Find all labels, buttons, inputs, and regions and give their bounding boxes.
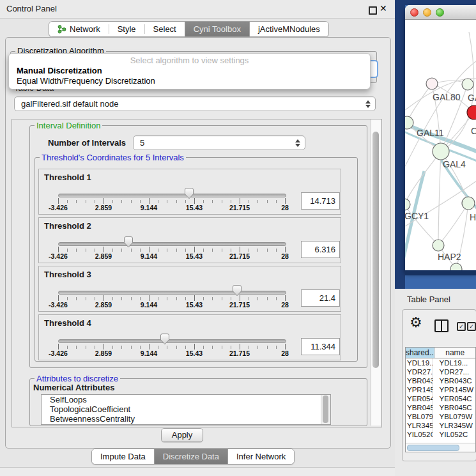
tick-label: 9.144: [141, 349, 157, 357]
close-icon[interactable]: ✕: [380, 3, 387, 13]
network-canvas[interactable]: GAL80 GA C GAL11 GAL4 GCY1 H HAP2: [405, 19, 476, 270]
threshold-2-slider-thumb[interactable]: [123, 236, 134, 248]
cell-name[interactable]: YBR045C: [433, 403, 475, 412]
cell-name[interactable]: YIL052C: [433, 430, 475, 437]
slider-tick-labels: -3.4262.8599.14415.4321.71528: [58, 301, 285, 309]
threshold-3-slider-thumb[interactable]: [231, 285, 243, 296]
table-row[interactable]: YPR145WYPR145W: [406, 385, 475, 394]
threshold-4-slider-track[interactable]: [58, 339, 286, 343]
cell-shared-name[interactable]: YBR045C: [406, 403, 433, 412]
tab-infer-network-label: Infer Network: [236, 452, 286, 461]
numerical-attribute-item[interactable]: TopologicalCoefficient: [42, 404, 330, 414]
threshold-3-value-field[interactable]: 21.4: [301, 289, 340, 307]
threshold-4-slider-thumb[interactable]: [159, 334, 171, 345]
columns-icon[interactable]: [434, 319, 449, 332]
tab-impute-data[interactable]: Impute Data: [92, 449, 154, 464]
table-row[interactable]: YBL079WYBL079W: [406, 412, 475, 421]
threshold-1-slider-thumb[interactable]: [183, 188, 195, 199]
column-header-shared-name[interactable]: shared...: [406, 348, 434, 358]
table-row[interactable]: YIL052CYIL052C: [406, 430, 475, 437]
node-label-clipped: GA: [468, 93, 476, 103]
gear-icon[interactable]: ⚙: [410, 314, 422, 331]
table-row[interactable]: YDR27...YDR27...: [406, 367, 475, 376]
network-node[interactable]: [405, 199, 410, 210]
horizontal-scrollbar-thumb[interactable]: [407, 445, 459, 451]
cell-name[interactable]: YPR145W: [433, 385, 475, 394]
cell-shared-name[interactable]: YER054C: [406, 394, 433, 403]
mac-close-button[interactable]: [410, 8, 418, 17]
cell-shared-name[interactable]: YIL052C: [406, 430, 433, 437]
threshold-4-value-field[interactable]: 11.344: [301, 338, 340, 355]
table-row[interactable]: YER054CYER054C: [406, 394, 475, 403]
cell-shared-name[interactable]: YBL079W: [406, 412, 433, 421]
column-header-name[interactable]: name: [434, 348, 475, 358]
numerical-attribute-item[interactable]: BetweennessCentrality: [42, 414, 330, 424]
popup-option-equal-width-frequency[interactable]: Equal Width/Frequency Discretization: [9, 76, 370, 86]
network-node[interactable]: [433, 143, 449, 160]
cell-shared-name[interactable]: YBR043C: [406, 376, 433, 385]
tick-label: 9.144: [141, 204, 157, 211]
threshold-2-value-field[interactable]: 6.316: [301, 241, 340, 258]
network-node[interactable]: [426, 78, 438, 89]
threshold-coordinates-title: Threshold's Coordinates for 5 Intervals: [40, 153, 186, 162]
tab-select[interactable]: Select: [145, 22, 185, 36]
tick-label: 2.859: [95, 349, 112, 357]
popup-option-manual-discretization[interactable]: Manual Discretization: [9, 66, 370, 76]
slider-major-ticks: [58, 247, 285, 252]
tick-label: 21.715: [229, 204, 250, 211]
tab-cyni-toolbox[interactable]: Cyni Toolbox: [185, 22, 249, 36]
table-row[interactable]: YBR043CYBR043C: [406, 376, 475, 385]
cell-name[interactable]: YBR043C: [433, 376, 475, 385]
numerical-attributes-list[interactable]: SelfLoopsTopologicalCoefficientBetweenne…: [41, 394, 331, 425]
network-window-titlebar[interactable]: [405, 5, 476, 20]
node-attribute-table: shared... name YDL19...YDL19...YDR27...Y…: [405, 347, 476, 452]
network-node[interactable]: [462, 197, 475, 210]
tab-infer-network[interactable]: Infer Network: [228, 449, 294, 464]
threshold-1-slider-track[interactable]: [58, 194, 286, 197]
tab-discretize-data[interactable]: Discretize Data: [155, 449, 227, 464]
checkbox-icon[interactable]: ✓: [467, 322, 476, 331]
threshold-2-label: Threshold 2: [44, 221, 91, 231]
cell-name[interactable]: YBL079W: [433, 412, 475, 421]
numerical-attribute-item[interactable]: SelfLoops: [42, 395, 330, 404]
cell-name[interactable]: YDR27...: [433, 367, 475, 376]
float-window-icon[interactable]: [369, 6, 377, 15]
tab-network-label: Network: [70, 24, 100, 34]
table-row[interactable]: YLR345WYLR345W: [406, 421, 475, 430]
network-node[interactable]: [462, 79, 473, 90]
threshold-1-label: Threshold 1: [44, 173, 91, 182]
slider-tick-labels: -3.4262.8599.14415.4321.71528: [58, 204, 285, 211]
mac-zoom-button[interactable]: [436, 8, 444, 17]
number-of-intervals-combobox[interactable]: 5: [133, 135, 305, 150]
mac-minimize-button[interactable]: [423, 8, 431, 17]
interval-definition-title: Interval Definition: [35, 121, 102, 130]
cell-shared-name[interactable]: YPR145W: [406, 385, 433, 394]
table-data-combobox[interactable]: galFiltered.sif default node: [14, 96, 376, 111]
attributes-list-scrollbar-thumb[interactable]: [323, 395, 328, 423]
cell-shared-name[interactable]: YDR27...: [406, 367, 433, 376]
tab-jactivemnodules[interactable]: jActiveMNodules: [250, 22, 328, 36]
node-label-clipped: H: [470, 212, 476, 222]
major-tick: [58, 295, 59, 301]
threshold-2-slider-track[interactable]: [58, 242, 286, 246]
vertical-scrollbar-thumb[interactable]: [372, 132, 379, 368]
cell-name[interactable]: YDL19...: [433, 358, 475, 367]
cell-shared-name[interactable]: YLR345W: [406, 421, 433, 430]
horizontal-scrollbar-track[interactable]: [406, 443, 475, 452]
apply-button[interactable]: Apply: [161, 428, 203, 442]
cell-name[interactable]: YLR345W: [433, 421, 475, 430]
threshold-3-slider-track[interactable]: [58, 291, 286, 295]
tab-style[interactable]: Style: [109, 22, 144, 36]
network-node[interactable]: [450, 263, 462, 270]
table-row[interactable]: YBR045CYBR045C: [406, 403, 475, 412]
network-node[interactable]: [433, 240, 444, 251]
major-tick: [285, 247, 286, 252]
checkbox-icon[interactable]: ✓: [457, 322, 466, 331]
tick-label: 28: [281, 301, 289, 309]
table-row[interactable]: YDL19...YDL19...: [406, 358, 475, 367]
cell-name[interactable]: YER054C: [433, 394, 475, 403]
attributes-list-scrollbar[interactable]: [321, 395, 330, 424]
tab-network[interactable]: Network: [49, 22, 109, 36]
threshold-1-value-field[interactable]: 14.713: [301, 192, 340, 210]
cell-shared-name[interactable]: YDL19...: [406, 358, 433, 367]
